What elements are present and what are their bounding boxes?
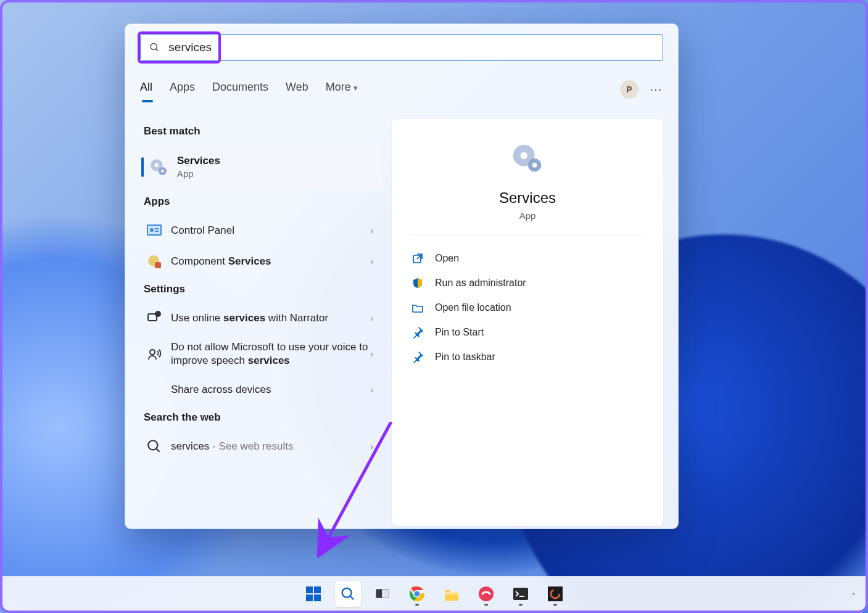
section-settings: Settings (144, 283, 382, 295)
result-narrator-services[interactable]: Use online services with Narrator › (140, 303, 382, 334)
svg-point-8 (150, 228, 154, 232)
more-options-button[interactable]: ⋯ (650, 82, 663, 97)
svg-rect-25 (314, 586, 321, 593)
user-avatar[interactable]: P (620, 80, 639, 99)
svg-point-21 (532, 163, 537, 168)
action-label: Pin to taskbar (435, 352, 495, 363)
chevron-right-icon: › (370, 349, 373, 359)
search-icon (149, 42, 160, 53)
action-label: Open (435, 253, 459, 264)
svg-rect-9 (155, 228, 159, 229)
best-match-title: Services (177, 154, 373, 168)
result-label: Share across devices (171, 383, 370, 397)
action-pin-taskbar[interactable]: Pin to taskbar (404, 345, 651, 369)
svg-point-5 (161, 170, 164, 173)
chrome-app-button[interactable] (404, 581, 430, 607)
chevron-right-icon: › (370, 257, 373, 266)
app-button-red-circle[interactable] (473, 581, 499, 607)
section-best-match: Best match (144, 125, 382, 138)
pin-icon (411, 326, 424, 339)
svg-point-3 (155, 163, 159, 167)
svg-line-17 (156, 448, 159, 451)
svg-point-15 (150, 350, 155, 355)
svg-line-29 (350, 596, 353, 599)
blank-icon (146, 382, 162, 398)
result-label: services - See web results (171, 440, 370, 453)
section-apps: Apps (144, 195, 382, 208)
result-label: Do not allow Microsoft to use your voice… (171, 340, 370, 368)
svg-rect-27 (314, 594, 321, 601)
pin-icon (411, 351, 424, 363)
result-share-devices[interactable]: Share across devices › (140, 374, 382, 405)
action-pin-start[interactable]: Pin to Start (404, 320, 651, 345)
narrator-icon (146, 310, 162, 326)
task-view-button[interactable] (370, 581, 395, 607)
action-label: Pin to Start (435, 327, 484, 338)
taskbar: ˄ (2, 576, 866, 611)
shield-icon (411, 277, 424, 289)
folder-icon (411, 302, 424, 314)
svg-rect-10 (155, 231, 159, 232)
result-label: Use online services with Narrator (171, 311, 370, 325)
svg-point-14 (155, 311, 160, 316)
svg-rect-35 (445, 592, 458, 594)
terminal-app-button[interactable] (508, 581, 534, 607)
section-web: Search the web (144, 411, 382, 424)
best-match-type: App (177, 168, 373, 180)
control-panel-icon (146, 223, 162, 239)
action-run-admin[interactable]: Run as administrator (404, 271, 651, 295)
file-explorer-button[interactable] (439, 581, 465, 607)
search-icon (146, 438, 162, 455)
filter-tab-row: All Apps Documents Web More▾ P ⋯ (140, 77, 663, 102)
svg-point-0 (151, 44, 157, 50)
result-label: Control Panel (171, 224, 370, 237)
tab-documents[interactable]: Documents (212, 81, 268, 99)
svg-rect-31 (376, 589, 381, 598)
action-label: Run as administrator (435, 278, 526, 289)
taskbar-search-button[interactable] (335, 581, 361, 607)
results-column: Best match Services App Apps Control Pan… (140, 119, 382, 526)
app-button-dark[interactable] (542, 581, 568, 607)
start-search-panel: All Apps Documents Web More▾ P ⋯ Best ma… (125, 23, 679, 529)
chevron-right-icon: › (370, 385, 373, 395)
tab-apps[interactable]: Apps (170, 81, 195, 99)
preview-type: App (404, 210, 651, 221)
chevron-down-icon: ▾ (353, 83, 358, 93)
tab-more[interactable]: More▾ (326, 81, 358, 99)
svg-rect-26 (306, 594, 313, 601)
open-icon (411, 252, 424, 265)
svg-rect-24 (306, 586, 313, 593)
preview-app-icon (510, 141, 545, 177)
svg-line-1 (156, 49, 159, 51)
search-box[interactable] (140, 34, 663, 61)
result-control-panel[interactable]: Control Panel › (140, 215, 382, 246)
search-box-container (140, 34, 663, 61)
preview-title: Services (404, 189, 651, 207)
start-button[interactable] (300, 581, 326, 607)
chevron-right-icon: › (370, 442, 373, 451)
svg-rect-12 (155, 262, 161, 268)
result-web-search[interactable]: services - See web results › (140, 431, 382, 462)
action-open[interactable]: Open (404, 246, 651, 271)
services-gear-icon (149, 157, 168, 177)
svg-point-36 (479, 586, 494, 601)
svg-point-28 (342, 588, 351, 597)
action-open-location[interactable]: Open file location (404, 295, 651, 320)
action-label: Open file location (435, 302, 511, 313)
result-component-services[interactable]: Component Services › (140, 246, 382, 277)
tab-more-label: More (326, 81, 351, 93)
search-input[interactable] (168, 41, 654, 54)
chevron-right-icon: › (370, 313, 373, 323)
svg-point-16 (148, 440, 157, 450)
component-services-icon (146, 253, 162, 269)
tray-overflow-button[interactable]: ˄ (851, 592, 856, 602)
result-speech-services[interactable]: Do not allow Microsoft to use your voice… (140, 334, 382, 374)
divider (409, 236, 646, 236)
preview-pane: Services App Open Run as administrator (392, 119, 663, 526)
result-best-match-services[interactable]: Services App (140, 145, 382, 189)
result-label: Component Services (171, 255, 370, 268)
tab-web[interactable]: Web (286, 81, 308, 99)
svg-point-19 (520, 152, 527, 159)
chevron-right-icon: › (370, 226, 373, 236)
tab-all[interactable]: All (140, 81, 152, 99)
